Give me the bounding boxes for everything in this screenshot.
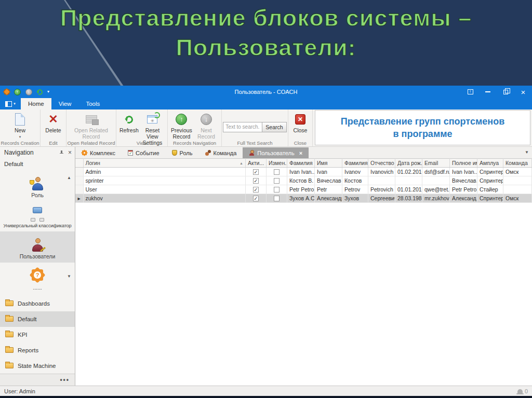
users-person-icon: [31, 238, 44, 252]
tab-view[interactable]: View: [51, 98, 79, 109]
table-row-User[interactable]: User✓Petr Petro...PetrPetrovPetrovich01.…: [75, 185, 532, 194]
pin-window-button[interactable]: ↑: [461, 86, 479, 98]
main-content: Navigation × Default ▲ Роль Универсальны…: [0, 147, 532, 386]
column-header[interactable]: Полное имя: [450, 159, 477, 168]
navigation-folder-list: DashboardsDefaultKPIReportsState Machine: [0, 296, 75, 374]
slide-title-line2: Пользователи:: [0, 33, 532, 62]
close-tab-icon[interactable]: ×: [299, 150, 302, 156]
close-box-icon: ✕: [295, 114, 305, 125]
arrow-up-circle-icon: ↑: [176, 114, 187, 125]
group-view: Refresh Reset View Settings View: [116, 109, 168, 146]
sidebar-folder-reports[interactable]: Reports: [0, 342, 75, 358]
active-checkbox[interactable]: ✓: [253, 169, 259, 175]
delete-button[interactable]: ✕ Delete: [45, 112, 61, 133]
callout-line2: в программе: [393, 128, 452, 140]
window-controls: ↑ ×: [461, 86, 532, 98]
scroll-down-icon[interactable]: ▼: [67, 274, 71, 279]
document-tab-событие[interactable]: Событие: [122, 147, 166, 158]
sort-ascending-icon: ▲: [240, 161, 243, 165]
sidebar-folder-state-machine[interactable]: State Machine: [0, 358, 75, 374]
folder-icon: [5, 363, 14, 368]
sidebar-item-role[interactable]: ▲ Роль: [0, 170, 75, 201]
close-window-button[interactable]: ×: [514, 86, 532, 98]
document-tabs: КомплексСобытиеРольКомандаПользователь×▼: [75, 147, 532, 158]
sidebar-folder-kpi[interactable]: KPI: [0, 327, 75, 342]
column-header[interactable]: Фамилия: [342, 159, 368, 168]
group-close: ✕ Close Close: [288, 109, 313, 146]
column-header[interactable]: Фамилия ...: [287, 159, 315, 168]
group-edit: ✕ Delete Edit: [41, 109, 66, 146]
app-menu-icon: [5, 101, 12, 107]
changed-checkbox[interactable]: [274, 187, 280, 193]
callout-line1: Представление групп спортсменов: [341, 115, 504, 128]
column-header[interactable]: Акти...: [246, 159, 267, 168]
changed-checkbox[interactable]: [274, 169, 280, 175]
sidebar-item-classifier[interactable]: Универсальный классификатор: [0, 201, 75, 231]
minimize-button[interactable]: [479, 86, 497, 98]
annotation-callout: Представление групп спортсменов в програ…: [315, 110, 530, 145]
slide-bottom-edge: [0, 396, 532, 398]
column-header[interactable]: Логин▲: [83, 159, 246, 168]
tab-tools[interactable]: Tools: [78, 98, 107, 109]
active-checkbox[interactable]: ✓: [253, 178, 259, 184]
role-person-icon: [31, 177, 44, 190]
group-open-related: Open Related Record Open Related Record: [66, 109, 116, 146]
grid-header-row: Логин▲Акти...Измен...Фамилия ...ИмяФамил…: [75, 159, 532, 168]
sidebar-folder-default[interactable]: Default: [0, 311, 75, 327]
column-header[interactable]: Амплуа: [477, 159, 503, 168]
tab-home[interactable]: Home: [21, 98, 51, 109]
table-row-zukhov[interactable]: ▸zukhov✓Зухов А.С.АлександрЗуховСергееви…: [75, 194, 532, 203]
document-tab-роль[interactable]: Роль: [166, 147, 199, 158]
refresh-button[interactable]: Refresh: [119, 112, 139, 133]
search-button[interactable]: Search: [262, 122, 286, 132]
changed-checkbox[interactable]: [274, 196, 280, 201]
close-panel-icon[interactable]: ×: [68, 149, 72, 156]
search-input[interactable]: [223, 122, 262, 132]
document-tab-команда[interactable]: Команда: [199, 147, 243, 158]
column-header[interactable]: Отчество: [368, 159, 395, 168]
document-tab-пользователь[interactable]: Пользователь×: [243, 147, 309, 158]
refresh-icon: [124, 115, 134, 124]
table-row-sprinter[interactable]: sprinter✓Костов В.ВячеславКостовВячеслав…: [75, 176, 532, 185]
arrow-down-circle-icon: ↓: [201, 114, 212, 125]
active-checkbox[interactable]: ✓: [253, 187, 259, 193]
scroll-up-icon[interactable]: ▲: [67, 175, 71, 180]
document-tab-комплекс[interactable]: Комплекс: [75, 147, 122, 158]
previous-record-button[interactable]: ↑ Previous Record: [171, 112, 192, 140]
status-bar: User: Admin 0: [0, 386, 532, 396]
column-header[interactable]: Команда: [503, 159, 532, 168]
tab-list-dropdown-icon[interactable]: ▼: [525, 150, 529, 155]
group-full-text-search: Search Full Text Search: [222, 109, 288, 146]
notification-bell-icon[interactable]: [517, 389, 523, 393]
column-header[interactable]: Email: [422, 159, 450, 168]
column-header[interactable]: Дата рож...: [395, 159, 422, 168]
app-menu-button[interactable]: ▾: [0, 98, 21, 109]
active-checkbox[interactable]: ✓: [253, 196, 259, 201]
gear-icon: [82, 150, 87, 156]
close-view-button[interactable]: ✕ Close: [294, 112, 308, 133]
grid-body: Admin✓Ivan Ivan...IvanIvanovIvanovich01.…: [75, 168, 532, 203]
sidebar-item-settings[interactable]: ▼ ? ......: [0, 263, 75, 294]
changed-checkbox[interactable]: [274, 178, 280, 184]
group-records-navigation: ↑ Previous Record ↓ Next Record Records …: [168, 109, 222, 146]
pin-icon[interactable]: [60, 150, 64, 155]
slide-title: Представление блоков системы – Пользоват…: [0, 3, 532, 62]
table-row-Admin[interactable]: Admin✓Ivan Ivan...IvanIvanovIvanovich01.…: [75, 168, 532, 176]
folder-icon: [5, 316, 14, 322]
restore-button[interactable]: [497, 86, 514, 98]
column-header[interactable]: Имя: [315, 159, 342, 168]
next-record-button[interactable]: ↓ Next Record: [194, 112, 218, 140]
grid-area: КомплексСобытиеРольКомандаПользователь×▼…: [75, 147, 532, 386]
new-button[interactable]: New▾: [15, 112, 25, 140]
sidebar-folder-dashboards[interactable]: Dashboards: [0, 296, 75, 311]
navigation-header: Navigation ×: [0, 147, 75, 159]
status-user: User: Admin: [4, 388, 35, 394]
grid-empty-space: [75, 203, 532, 386]
shield-icon: [172, 150, 177, 156]
presentation-slide: Представление блоков системы – Пользоват…: [0, 0, 532, 398]
navigation-overflow-bar[interactable]: •••: [0, 374, 75, 386]
sidebar-item-users[interactable]: Пользователи: [0, 231, 75, 263]
open-related-record-button[interactable]: Open Related Record: [71, 112, 112, 140]
column-header[interactable]: Измен...: [267, 159, 287, 168]
classifier-icon: [30, 207, 45, 222]
